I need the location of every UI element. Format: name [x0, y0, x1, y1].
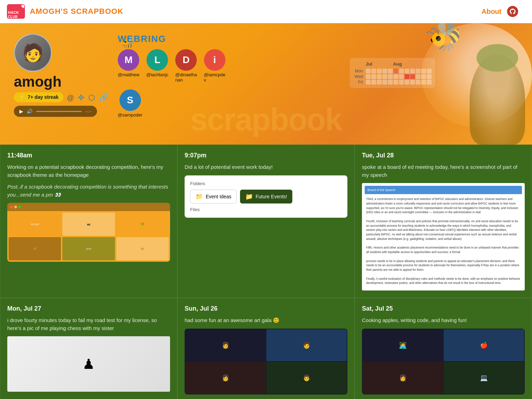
cal-cell-active	[393, 69, 398, 73]
doc-content: Third, a commitment to employment and re…	[365, 196, 522, 287]
cooking-tile-3: 👩	[363, 362, 443, 394]
webring-member-lachlanjc[interactable]: L @lachlanjc	[146, 49, 168, 77]
zoom-tile-3: 👩	[185, 362, 266, 394]
link-icon[interactable]: 🔗	[99, 93, 108, 102]
cal-cell	[366, 80, 371, 85]
streak-icon: ⚡	[19, 94, 26, 101]
cal-cell	[393, 74, 398, 79]
doc-preview: Board of Ed Speech Third, a commitment t…	[362, 183, 525, 290]
webring-name-lachlanjc: @lachlanjc	[146, 72, 168, 77]
cooking-tile-2: 🍎	[444, 329, 524, 361]
webring-title: WEBRING	[118, 34, 518, 44]
chess-image: ♟	[7, 336, 170, 392]
art-gala-image: 👩 🧑 👩 👨	[185, 329, 347, 394]
cal-cell	[421, 69, 426, 73]
audio-player: ▶ 🔊 --:--	[14, 106, 97, 117]
social-github-icon[interactable]: ⬡	[88, 93, 95, 102]
ss-tile: post	[62, 237, 115, 260]
cal-cell	[421, 74, 426, 79]
cal-cell	[405, 80, 409, 85]
cal-cell	[377, 74, 382, 79]
cal-cell	[388, 69, 393, 73]
webring-member-matthew[interactable]: M @matthew	[118, 49, 139, 77]
cal-cell-active	[410, 74, 415, 79]
cal-label-mon: Mon	[353, 69, 365, 73]
play-button[interactable]: ▶	[19, 109, 23, 114]
profile-avatar: 🧑	[14, 34, 52, 72]
doc-header-text: Board of Ed Speech	[367, 188, 396, 192]
webring-name-sampoder: @sampoder	[118, 112, 142, 118]
folder-name-1: Event Ideas	[206, 194, 231, 199]
site-title: AMOGH'S SCRAPBOOK	[30, 7, 123, 16]
at-icon[interactable]: @	[67, 94, 74, 102]
puzzle-icon[interactable]: ✤	[78, 93, 84, 102]
folder-icon-1: 📁	[195, 193, 203, 200]
svg-text:CLUB: CLUB	[8, 15, 18, 19]
scrapbook-screenshot: amogh 🐝 📷 post 🌿 🐝	[7, 203, 170, 262]
speaker-button[interactable]: 🔊	[27, 109, 33, 114]
header-left: HACK CLUB AMOGH'S SCRAPBOOK	[6, 3, 123, 20]
max-dot	[18, 206, 21, 208]
card-time-3: Tue, Jul 28	[362, 152, 525, 159]
github-icon[interactable]	[507, 6, 518, 17]
folder-items: 📁 Event Ideas 📁 Future Events!	[190, 190, 342, 203]
files-label: Files	[190, 207, 342, 212]
cal-cell	[405, 69, 409, 73]
cal-cell	[382, 74, 387, 79]
webring-section: WEBRING M @matthew L @lachlanjc D @dinae…	[111, 34, 518, 118]
cal-cell	[421, 80, 426, 85]
cal-cell	[371, 80, 376, 85]
audio-progress-bar[interactable]	[36, 111, 82, 112]
card-text-2: Did a lot of potential event work today!	[185, 163, 347, 171]
cal-cell	[393, 80, 398, 85]
folder-item-event-ideas[interactable]: 📁 Event Ideas	[190, 190, 237, 203]
cal-cell	[399, 74, 404, 79]
folder-icon-2: 📁	[245, 193, 253, 200]
card-time-2: 9:07pm	[185, 152, 347, 159]
cal-grid: Mon Wed	[353, 69, 432, 85]
calendar-section: Jul Aug Mon	[350, 58, 435, 88]
card-time-4: Mon, Jul 27	[7, 305, 170, 312]
webring-member-dinaelhanan[interactable]: D @dinaelhanan	[175, 49, 197, 83]
ss-tile: 🌿	[116, 212, 169, 236]
webring-avatar-lachlanjc: L	[147, 49, 168, 71]
folder-label: Folders	[190, 181, 342, 186]
webring-member-iamcpdev[interactable]: i @iamcpdev	[204, 49, 225, 83]
card-907pm: 9:07pm Did a lot of potential event work…	[177, 145, 355, 298]
folder-item-future-events[interactable]: 📁 Future Events!	[240, 190, 292, 203]
card-jul27: Mon, Jul 27 i drove fourty minutes today…	[0, 298, 177, 399]
cal-cell	[427, 80, 432, 85]
webring-avatar-matthew: M	[118, 49, 139, 71]
cal-row-mon: Mon	[353, 69, 432, 73]
close-dot	[10, 206, 13, 208]
audio-time: --:--	[85, 109, 91, 113]
cal-cell	[427, 69, 432, 73]
cal-cell-active	[405, 74, 409, 79]
cooking-tile-4: 💻	[444, 362, 524, 394]
card-time-6: Sat, Jul 25	[362, 305, 525, 312]
zoom-tile-1: 👩	[185, 329, 266, 361]
ss-tile: 🐝	[9, 237, 61, 260]
webring-avatar-iamcpdev: i	[204, 49, 225, 71]
webring-member-sampoder[interactable]: S @sampoder	[118, 89, 142, 118]
avatar-image: 🧑	[15, 35, 51, 71]
zoom-tile-2: 🧑	[266, 329, 347, 361]
cal-cell	[371, 74, 376, 79]
cal-cell	[366, 69, 371, 73]
cal-cell	[399, 69, 404, 73]
cal-cell	[410, 80, 415, 85]
cal-cell	[382, 80, 387, 85]
header: HACK CLUB AMOGH'S SCRAPBOOK About	[0, 0, 532, 23]
about-link[interactable]: About	[481, 8, 502, 16]
webring-name-iamcpdev: @iamcpdev	[204, 72, 225, 83]
folder-name-2: Future Events!	[256, 194, 287, 199]
cal-cell	[388, 74, 393, 79]
screenshot-header	[7, 203, 170, 211]
ss-tile: 📷	[62, 212, 115, 236]
cal-cell	[377, 69, 382, 73]
webring-avatar-dinaelhanan: D	[175, 49, 197, 71]
card-italic-1: Psst..if a scrapbook decorating competit…	[7, 183, 170, 199]
cal-cell	[382, 69, 387, 73]
card-text-4: i drove fourty minutes today to fail my …	[7, 316, 170, 332]
card-text-3: spoke at a board of ed meeting today, he…	[362, 163, 525, 179]
